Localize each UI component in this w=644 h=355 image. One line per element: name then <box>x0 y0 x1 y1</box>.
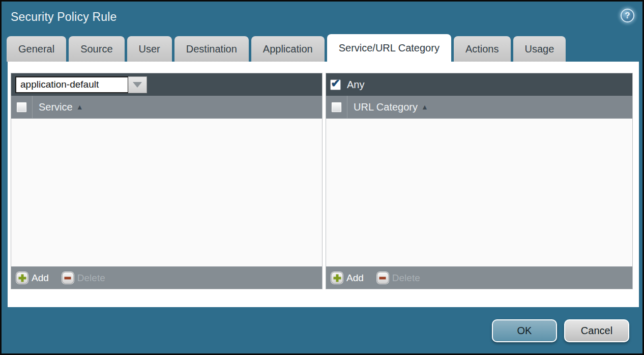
service-column-header: Service ▲ <box>11 96 322 119</box>
service-delete-label: Delete <box>77 272 105 284</box>
dialog-title: Security Policy Rule <box>11 10 117 24</box>
url-category-panel-footer: Add Delete <box>326 266 632 289</box>
tab-actions[interactable]: Actions <box>454 36 511 62</box>
tab-source[interactable]: Source <box>69 36 124 62</box>
tab-user[interactable]: User <box>127 36 172 62</box>
service-panel: Service ▲ Add Delete <box>11 73 323 289</box>
add-icon <box>331 272 343 284</box>
tab-usage[interactable]: Usage <box>513 36 566 62</box>
url-category-column-header: URL Category ▲ <box>326 96 632 119</box>
service-delete-button[interactable]: Delete <box>62 272 105 284</box>
sort-ascending-icon[interactable]: ▲ <box>421 103 428 111</box>
chevron-down-icon <box>133 82 142 88</box>
service-add-button[interactable]: Add <box>16 272 49 284</box>
url-category-list[interactable] <box>326 119 632 266</box>
checkmark-icon: ✔ <box>331 78 340 89</box>
delete-icon <box>62 272 74 284</box>
url-category-select-all-checkbox[interactable] <box>331 102 342 113</box>
sort-ascending-icon[interactable]: ▲ <box>76 103 83 111</box>
url-category-any-label: Any <box>347 79 364 91</box>
url-category-delete-button[interactable]: Delete <box>377 272 420 284</box>
service-select-all-checkbox[interactable] <box>16 102 27 113</box>
url-category-column-label[interactable]: URL Category <box>354 101 418 113</box>
service-select-all-cell <box>11 96 33 118</box>
security-policy-rule-dialog: Security Policy Rule ? General Source Us… <box>0 0 644 355</box>
help-icon[interactable]: ? <box>621 9 634 22</box>
dialog-body: Service ▲ Add Delete ✔ Any <box>8 62 639 307</box>
url-category-any-bar: ✔ Any <box>326 73 632 96</box>
url-category-add-label: Add <box>346 272 364 284</box>
add-icon <box>16 272 28 284</box>
dialog-action-row: OK Cancel <box>492 319 629 342</box>
tab-application[interactable]: Application <box>251 36 325 62</box>
titlebar: Security Policy Rule ? <box>2 2 642 34</box>
url-category-select-all-cell <box>326 96 347 118</box>
url-category-any-checkbox[interactable]: ✔ <box>330 79 341 90</box>
tab-destination[interactable]: Destination <box>174 36 249 62</box>
ok-button[interactable]: OK <box>492 319 557 342</box>
service-type-bar <box>11 73 322 96</box>
service-add-label: Add <box>32 272 49 284</box>
service-type-dropdown-button[interactable] <box>128 76 147 93</box>
tab-service-url-category[interactable]: Service/URL Category <box>327 34 451 62</box>
cancel-button[interactable]: Cancel <box>564 319 629 342</box>
tab-general[interactable]: General <box>7 36 66 62</box>
service-type-input[interactable] <box>15 76 128 93</box>
url-category-add-button[interactable]: Add <box>331 272 364 284</box>
service-list[interactable] <box>11 119 322 266</box>
service-panel-footer: Add Delete <box>11 266 322 289</box>
delete-icon <box>377 272 389 284</box>
tab-bar: General Source User Destination Applicat… <box>7 34 566 62</box>
url-category-delete-label: Delete <box>392 272 420 284</box>
service-column-label[interactable]: Service <box>39 101 73 113</box>
url-category-panel: ✔ Any URL Category ▲ Add Delete <box>326 73 633 289</box>
